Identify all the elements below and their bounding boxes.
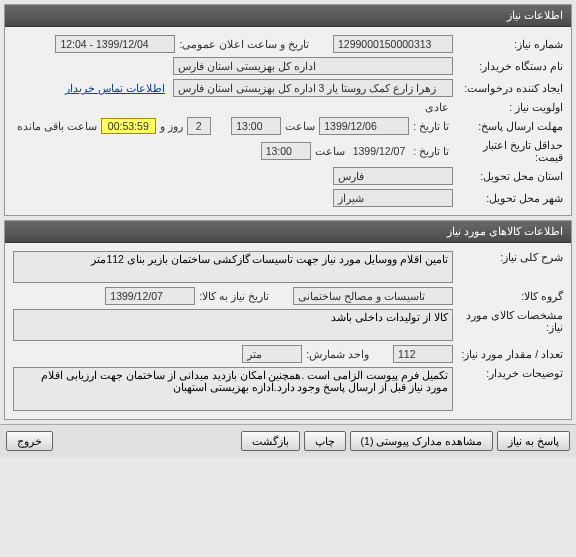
need-no-field: 1299000150000313 <box>333 35 453 53</box>
priority-value: عادی <box>421 101 453 113</box>
until-time-field: 13:00 <box>231 117 281 135</box>
spec-label: مشخصات کالای مورد نیاز: <box>453 309 563 333</box>
need-date-field: 1399/12/07 <box>105 287 195 305</box>
province-label: استان محل تحویل: <box>453 170 563 182</box>
button-bar: پاسخ به نیاز مشاهده مدارک پیوستی (1) چاپ… <box>0 424 576 457</box>
creator-label: ایجاد کننده درخواست: <box>453 82 563 94</box>
notes-field <box>13 367 453 411</box>
notes-label: توضیحات خریدار: <box>453 367 563 379</box>
qty-label: تعداد / مقدار مورد نیاز: <box>453 348 563 360</box>
time-label-2: ساعت <box>311 145 349 157</box>
buyer-org-label: نام دستگاه خریدار: <box>453 60 563 72</box>
remain-label: ساعت باقی مانده <box>13 120 101 132</box>
exit-button[interactable]: خروج <box>6 431 53 451</box>
announce-label: تاریخ و ساعت اعلان عمومی: <box>175 38 313 50</box>
credit-label: حداقل تاریخ اعتبار قیمت: <box>453 139 563 163</box>
need-no-label: شماره نیاز: <box>453 38 563 50</box>
days-label: روز و <box>156 120 187 132</box>
buyer-contact-link[interactable]: اطلاعات تماس خریدار <box>65 82 165 94</box>
spec-field <box>13 309 453 341</box>
reply-button[interactable]: پاسخ به نیاز <box>497 431 570 451</box>
desc-field <box>13 251 453 283</box>
priority-label: اولویت نیاز : <box>453 101 563 113</box>
until-date-field: 1399/12/06 <box>319 117 409 135</box>
print-button[interactable]: چاپ <box>304 431 346 451</box>
credit-time-field: 13:00 <box>261 142 311 160</box>
credit-until-label: تا تاریخ : <box>409 145 453 157</box>
credit-date: 1399/12/07 <box>349 145 410 157</box>
unit-label: واحد شمارش: <box>302 348 373 360</box>
view-attachments-button[interactable]: مشاهده مدارک پیوستی (1) <box>350 431 494 451</box>
countdown-timer: 00:53:59 <box>101 118 156 134</box>
province-field: فارس <box>333 167 453 185</box>
city-field: شیراز <box>333 189 453 207</box>
announce-field: 1399/12/04 - 12:04 <box>55 35 175 53</box>
back-button[interactable]: بازگشت <box>241 431 300 451</box>
panel2-header: اطلاعات کالاهای مورد نیاز <box>5 221 571 243</box>
until-label: تا تاریخ : <box>409 120 453 132</box>
panel1-header: اطلاعات نیاز <box>5 5 571 27</box>
need-date-label: تاریخ نیاز به کالا: <box>195 290 273 302</box>
unit-field: متر <box>242 345 302 363</box>
creator-field: زهرا زارع کمک روستا یار 3 اداره کل بهزیس… <box>173 79 453 97</box>
need-info-panel: اطلاعات نیاز شماره نیاز: 129900015000031… <box>4 4 572 216</box>
deadline-label: مهلت ارسال پاسخ: <box>453 120 563 132</box>
days-field: 2 <box>187 117 211 135</box>
buyer-org-field: اداره کل بهزیستی استان فارس <box>173 57 453 75</box>
group-field: تاسیسات و مصالح ساختمانی <box>293 287 453 305</box>
time-label-1: ساعت <box>281 120 319 132</box>
goods-info-panel: اطلاعات کالاهای مورد نیاز شرح کلی نیاز: … <box>4 220 572 420</box>
group-label: گروه کالا: <box>453 290 563 302</box>
city-label: شهر محل تحویل: <box>453 192 563 204</box>
qty-field: 112 <box>393 345 453 363</box>
desc-label: شرح کلی نیاز: <box>453 251 563 263</box>
